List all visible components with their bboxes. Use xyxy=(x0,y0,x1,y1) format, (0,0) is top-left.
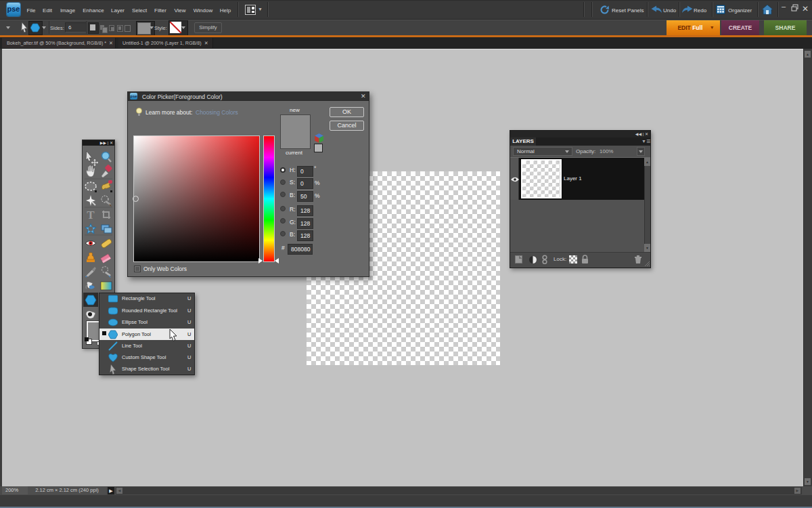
svg-text:T: T xyxy=(87,209,95,221)
